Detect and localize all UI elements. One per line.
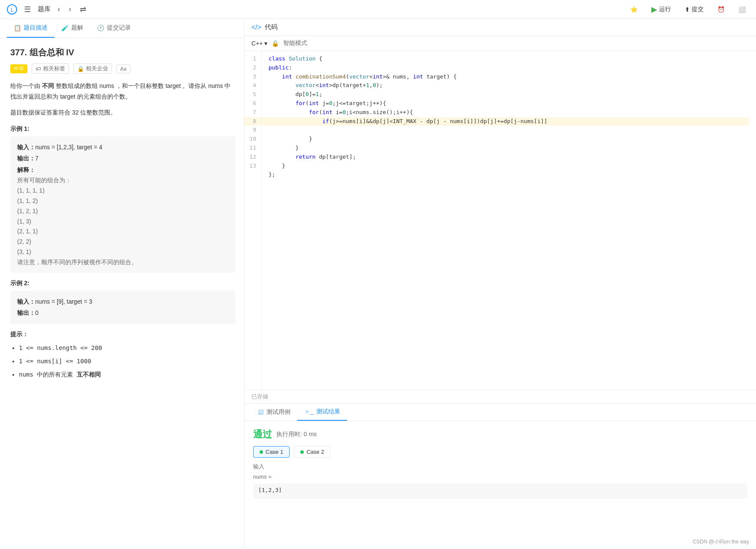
test-cases-label: 测试用例: [266, 408, 290, 416]
star-icon: ⭐: [630, 6, 638, 13]
language-select[interactable]: C++ ▾: [251, 40, 267, 47]
left-panel: 📋 题目描述 🧪 题解 🕐 提交记录 377. 组合总和 IV 中等 🏷: [0, 19, 245, 549]
bold-different: 不同: [42, 82, 54, 89]
code-lines-container: 1 2 3 4 5 6 7 8 9 10 11 12 13 class Solu…: [245, 51, 756, 390]
run-label: 运行: [659, 6, 671, 13]
smart-mode-label: 智能模式: [283, 39, 307, 47]
example1-input: 输入：nums = [1,2,3], target = 4: [17, 142, 229, 153]
line-num-13: 13: [245, 162, 261, 171]
tab-solution[interactable]: 🧪 题解: [54, 19, 90, 38]
hamburger-icon[interactable]: ☰: [22, 3, 33, 16]
line-num-10: 10: [245, 135, 261, 144]
fullscreen-button[interactable]: ⬜: [735, 4, 749, 15]
history-icon: 🕐: [97, 24, 104, 31]
shuffle-icon[interactable]: ⇌: [78, 3, 88, 16]
line-num-2: 2: [245, 63, 261, 72]
check-icon: ☑: [258, 409, 264, 416]
case-tab-1[interactable]: Case 1: [253, 446, 290, 458]
code-icon: </>: [251, 24, 261, 31]
tab-desc-label: 题目描述: [24, 24, 48, 32]
pass-status: 通过: [253, 428, 272, 441]
star-button[interactable]: ⭐: [627, 4, 641, 15]
hint-2: 1 <= nums[i] <= 1000: [19, 356, 236, 367]
case-tab-2[interactable]: Case 2: [294, 446, 330, 458]
code-editor[interactable]: 1 2 3 4 5 6 7 8 9 10 11 12 13 class Solu…: [245, 51, 756, 390]
hint-title: 提示：: [10, 331, 236, 338]
problem-name: 组合总和 IV: [30, 48, 74, 57]
font-button[interactable]: Ax: [116, 64, 130, 73]
line-numbers: 1 2 3 4 5 6 7 8 9 10 11 12 13: [245, 51, 262, 390]
line-num-3: 3: [245, 72, 261, 81]
line-num-11: 11: [245, 144, 261, 153]
case1-dot: [260, 450, 263, 454]
chevron-down-icon: ▾: [264, 40, 267, 47]
code-subbar: C++ ▾ 🔒 智能模式: [245, 36, 756, 51]
test-results-label: 测试结果: [316, 408, 340, 416]
related-tags-button[interactable]: 🏷 相关标签: [32, 63, 69, 74]
line-num-4: 4: [245, 81, 261, 90]
example2-block: 输入：nums = [9], target = 3 输出：0: [10, 291, 236, 324]
submit-button[interactable]: ⬆ 提交: [681, 4, 707, 15]
example1-title: 示例 1:: [10, 125, 236, 133]
case-tabs: Case 1 Case 2: [253, 446, 747, 458]
line-num-7: 7: [245, 108, 261, 117]
tab-problem-desc[interactable]: 📋 题目描述: [7, 19, 54, 38]
logo[interactable]: L: [7, 4, 17, 15]
timer-icon: ⏰: [717, 6, 725, 13]
code-header: </> 代码: [245, 19, 756, 36]
problem-content: 377. 组合总和 IV 中等 🏷 相关标签 🔒 相关企业 Ax 给你一个由 不: [0, 38, 244, 549]
prev-arrow-icon[interactable]: ‹: [56, 3, 62, 15]
case1-label: Case 1: [266, 449, 283, 455]
right-panel: </> 代码 C++ ▾ 🔒 智能模式 1 2 3 4 5 6 7: [245, 19, 756, 549]
saved-bar: 已存储: [245, 390, 756, 403]
lang-label: C++: [251, 40, 263, 47]
run-button[interactable]: ▶ 运行: [648, 3, 674, 16]
input-label: 输入: [253, 463, 747, 471]
nav-right-actions: ⭐ ▶ 运行 ⬆ 提交 ⏰ ⬜: [627, 3, 749, 16]
example2-input: 输入：nums = [9], target = 3: [17, 296, 229, 308]
tab-submissions[interactable]: 🕐 提交记录: [90, 19, 138, 38]
nums-key: nums =: [253, 474, 272, 480]
tab-submissions-label: 提交记录: [107, 24, 131, 32]
case2-dot: [300, 450, 304, 454]
exec-time: 执行用时: 0 ms: [276, 431, 317, 438]
tag-row: 中等 🏷 相关标签 🔒 相关企业 Ax: [10, 63, 236, 74]
tab-test-cases[interactable]: ☑ 测试用例: [251, 404, 297, 421]
line-num-6: 6: [245, 99, 261, 108]
font-icon: Ax: [120, 66, 127, 72]
terminal-icon: ＞_: [304, 408, 314, 416]
hint-3: nums 中的所有元素 互不相同: [19, 369, 236, 380]
footer-credit: CSDN @小码on the way: [692, 538, 749, 546]
example1-explain-title: 解释：: [17, 164, 229, 176]
tab-test-results[interactable]: ＞_ 测试结果: [297, 404, 347, 421]
problem-title: 377. 组合总和 IV: [10, 47, 236, 58]
bottom-panel: ☑ 测试用例 ＞_ 测试结果 通过 执行用时: 0 ms Case 1: [245, 403, 756, 549]
solution-icon: 🧪: [61, 24, 69, 31]
case2-label: Case 2: [306, 449, 324, 455]
left-tab-bar: 📋 题目描述 🧪 题解 🕐 提交记录: [0, 19, 244, 38]
fullscreen-icon: ⬜: [738, 6, 746, 13]
example2-title: 示例 2:: [10, 280, 236, 287]
timer-button[interactable]: ⏰: [714, 4, 728, 15]
line-num-12: 12: [245, 153, 261, 162]
top-nav: L ☰ 题库 ‹ › ⇌ ⭐ ▶ 运行 ⬆ 提交 ⏰ ⬜: [0, 0, 756, 19]
tag-icon: 🏷: [36, 66, 41, 72]
code-content[interactable]: class Solution { public: int combination…: [262, 51, 756, 390]
hint-list: 1 <= nums.length <= 200 1 <= nums[i] <= …: [10, 343, 236, 380]
company-icon: 🔒: [77, 66, 84, 72]
code-title: 代码: [265, 23, 278, 31]
next-arrow-icon[interactable]: ›: [67, 3, 73, 15]
line-num-9: 9: [245, 126, 261, 135]
nav-title[interactable]: 题库: [38, 5, 51, 13]
status-row: 通过 执行用时: 0 ms: [253, 428, 747, 441]
related-companies-button[interactable]: 🔒 相关企业: [73, 63, 112, 74]
problem-description: 给你一个由 不同 整数组成的数组 nums ，和一个目标整数 target 。请…: [10, 81, 236, 102]
lock-icon: 🔒: [272, 40, 279, 47]
difficulty-badge: 中等: [10, 64, 27, 73]
line-num-8: 8: [245, 117, 261, 126]
example2-output: 输出：0: [17, 307, 229, 319]
input-value-nums[interactable]: [1,2,3]: [253, 483, 747, 499]
example1-output: 输出：7: [17, 153, 229, 164]
desc-icon: 📋: [14, 24, 21, 31]
problem-number: 377.: [10, 48, 27, 57]
